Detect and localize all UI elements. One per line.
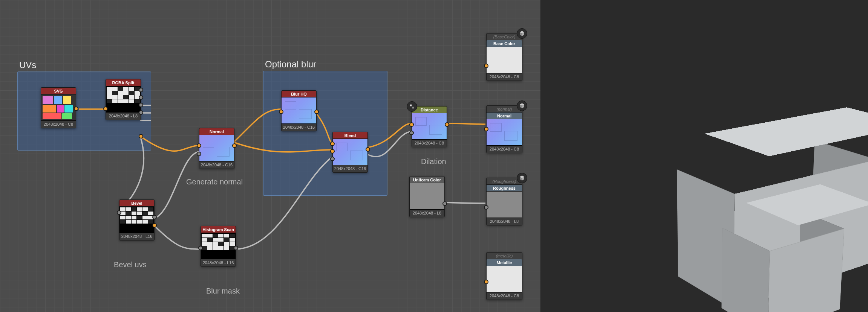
port-out[interactable] — [232, 143, 237, 148]
frame-title-blur: Optional blur — [265, 59, 316, 70]
node-footer: 2048x2048 - L16 — [119, 233, 154, 240]
caption-dilation: Dilation — [421, 157, 446, 166]
node-normal[interactable]: Normal 2048x2048 - C16 — [199, 128, 234, 169]
node-thumb — [487, 47, 522, 73]
port-in[interactable] — [103, 107, 108, 111]
node-title: Histogram Scan — [201, 226, 236, 233]
node-footer: 2048x2048 - C8 — [487, 73, 522, 81]
port-in[interactable] — [484, 205, 488, 210]
node-uniform-color[interactable]: Uniform Color 2048x2048 - L8 — [409, 176, 445, 217]
node-footer: 2048x2048 - C16 — [282, 124, 316, 131]
port-out[interactable] — [314, 110, 319, 114]
port-in[interactable] — [484, 280, 488, 284]
frame-blur[interactable]: Optional blur — [263, 71, 387, 196]
node-thumb — [201, 233, 236, 259]
port-out-g[interactable] — [139, 95, 143, 100]
cube-icon — [517, 100, 527, 111]
node-thumb — [487, 119, 522, 146]
node-footer: 2048x2048 - C16 — [333, 165, 367, 172]
node-title: Roughness — [487, 185, 522, 192]
cube-icon — [517, 28, 527, 39]
node-title: Blend — [333, 132, 367, 139]
node-distance[interactable]: Distance 2048x2048 - C8 — [412, 106, 447, 147]
node-thumb — [282, 97, 316, 124]
node-output-basecolor[interactable]: (BaseColor) Base Color 2048x2048 - C8 — [486, 33, 522, 81]
node-thumb — [410, 183, 444, 210]
node-title: SVG — [41, 88, 76, 94]
port-in-mask[interactable] — [330, 157, 335, 161]
caption-generate-normal: Generate normal — [186, 178, 243, 186]
port-out-2[interactable] — [152, 223, 157, 228]
node-thumb — [199, 135, 234, 161]
port-out[interactable] — [74, 107, 78, 111]
node-footer: 2048x2048 - C8 — [412, 140, 447, 147]
3d-viewport[interactable] — [541, 0, 868, 312]
node-footer: 2048x2048 - L8 — [410, 210, 444, 217]
port-out-b[interactable] — [139, 103, 143, 107]
node-blur-hq[interactable]: Blur HQ 2048x2048 - C16 — [281, 90, 317, 131]
frame-title-uvs: UVs — [19, 60, 36, 70]
port-out[interactable] — [366, 147, 370, 152]
port-out-1[interactable] — [152, 215, 157, 219]
port-out[interactable] — [442, 201, 447, 206]
caption-blur-mask: Blur mask — [206, 287, 240, 295]
node-footer: 2048x2048 - C16 — [199, 161, 234, 169]
node-title: Blur HQ — [282, 91, 316, 97]
port-in-mask[interactable] — [409, 131, 414, 135]
port-in[interactable] — [197, 143, 201, 148]
port-out[interactable] — [234, 246, 238, 250]
port-in[interactable] — [484, 127, 488, 131]
node-title: Distance — [412, 107, 447, 113]
node-blend[interactable]: Blend 2048x2048 - C16 — [332, 132, 368, 173]
caption-bevel-uvs: Bevel uvs — [114, 260, 147, 269]
node-footer: 2048x2048 - C8 — [487, 146, 522, 153]
node-title: Normal — [487, 113, 522, 119]
svg-rect-0 — [410, 105, 412, 107]
node-footer: 2048x2048 - C8 — [487, 292, 522, 300]
port-in[interactable] — [279, 110, 283, 114]
node-svg[interactable]: SVG 2048x2048 - C8 — [41, 87, 76, 128]
node-bevel[interactable]: Bevel 2048x2048 - L16 — [119, 199, 155, 240]
node-thumb — [412, 113, 447, 140]
svg-rect-1 — [412, 107, 414, 109]
node-output-roughness[interactable]: (Roughness) Roughness 2048x2048 - L8 — [486, 178, 522, 225]
node-histogram-scan[interactable]: Histogram Scan 2048x2048 - L16 — [201, 226, 236, 267]
node-thumb — [487, 266, 522, 292]
node-thumb — [333, 139, 367, 165]
node-output-normal[interactable]: (normal) Normal 2048x2048 - C8 — [486, 105, 522, 153]
cube-icon — [517, 173, 527, 183]
node-title: Metallic — [487, 259, 522, 266]
port-out[interactable] — [445, 122, 449, 127]
port-in-fg[interactable] — [330, 142, 335, 146]
node-footer: 2048x2048 - L8 — [106, 113, 141, 120]
port-in-2[interactable] — [197, 152, 201, 156]
node-rgba-split[interactable]: RGBA Split 2048x2048 - L8 — [106, 79, 141, 120]
node-footer: 2048x2048 - L16 — [201, 259, 236, 266]
port-out-r[interactable] — [139, 88, 143, 92]
node-thumb — [119, 207, 154, 233]
node-title: Normal — [199, 128, 234, 135]
node-footer: 2048x2048 - L8 — [487, 218, 522, 225]
port-in[interactable] — [117, 210, 121, 215]
node-title: Bevel — [119, 200, 154, 207]
port-out-rgba[interactable] — [139, 134, 143, 138]
node-type-label: (metallic) — [487, 253, 522, 259]
node-title: Base Color — [487, 40, 522, 47]
port-in[interactable] — [198, 246, 203, 250]
node-title: Uniform Color — [410, 177, 444, 183]
node-title: RGBA Split — [106, 79, 141, 86]
node-thumb — [41, 94, 76, 121]
node-thumb — [487, 192, 522, 218]
port-in-bg[interactable] — [330, 149, 335, 154]
node-graph-canvas[interactable]: UVs Optional blur Generate normal Bevel … — [0, 0, 541, 312]
node-3d-icon — [407, 101, 417, 112]
node-footer: 2048x2048 - C8 — [41, 121, 76, 128]
port-in[interactable] — [484, 64, 488, 68]
node-output-metallic[interactable]: (metallic) Metallic 2048x2048 - C8 — [486, 252, 522, 300]
port-out-a[interactable] — [139, 110, 143, 115]
node-thumb — [106, 86, 141, 113]
port-in-src[interactable] — [409, 122, 414, 127]
